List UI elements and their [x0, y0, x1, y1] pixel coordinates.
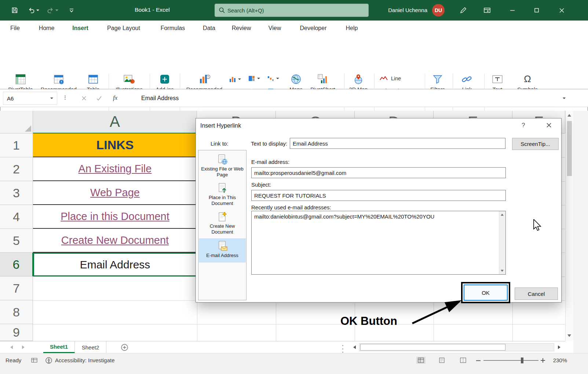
sheet-nav-left-icon[interactable] [10, 345, 13, 349]
zoom-in-icon[interactable] [541, 358, 545, 363]
sidebar-item-email-address[interactable]: E-mail Address [199, 238, 246, 263]
select-all-corner[interactable] [0, 111, 33, 133]
screentip-button[interactable]: ScreenTip... [512, 138, 559, 150]
row-header-6[interactable]: 6 [0, 253, 33, 276]
cell-a2[interactable]: An Existing File [33, 157, 197, 181]
tab-formulas[interactable]: Formulas [161, 21, 185, 36]
place-in-document-icon [217, 183, 227, 193]
cell-a4[interactable]: Place in this Document [33, 205, 197, 229]
horizontal-scrollbar-thumb[interactable] [360, 344, 505, 351]
cell-a1[interactable]: LINKS [33, 133, 197, 157]
redo-icon[interactable] [47, 5, 58, 16]
email-address-input[interactable]: mailto:prosperousdaniel5@gmail.com [251, 167, 506, 178]
dialog-close-icon[interactable] [546, 122, 552, 128]
tab-page-layout[interactable]: Page Layout [107, 21, 140, 36]
accessibility-icon[interactable] [45, 357, 52, 364]
tab-bar-divider-handle[interactable] [342, 344, 343, 353]
cancel-entry-icon[interactable] [81, 96, 87, 101]
ribbon-display-options-icon[interactable] [483, 5, 491, 16]
scroll-down-icon[interactable] [567, 334, 571, 337]
tab-view[interactable]: View [269, 21, 281, 36]
ok-button[interactable]: OK [464, 285, 508, 301]
hscroll-left-icon[interactable] [351, 343, 358, 351]
ribbon-tab-row: File Home Insert Page Layout Formulas Da… [0, 21, 588, 36]
help-icon[interactable]: ? [522, 122, 525, 129]
tab-insert[interactable]: Insert [72, 21, 88, 36]
zoom-level[interactable]: 230% [548, 357, 567, 363]
search-box[interactable]: Search (Alt+Q) [215, 4, 369, 17]
avatar[interactable]: DU [432, 4, 445, 16]
scroll-up-icon[interactable] [567, 114, 571, 117]
customize-quick-access-icon[interactable] [69, 5, 74, 16]
zoom-slider-thumb[interactable] [521, 358, 523, 363]
text-to-display-input[interactable]: Email Address [290, 138, 505, 149]
row-header-8[interactable]: 8 [0, 300, 33, 324]
scroll-up-icon[interactable] [501, 214, 504, 216]
new-sheet-button[interactable] [121, 344, 128, 351]
tab-data[interactable]: Data [203, 21, 215, 36]
sparkline-line-button[interactable]: Line [379, 74, 401, 83]
row-header-5[interactable]: 5 [0, 229, 33, 253]
vertical-scrollbar-thumb[interactable] [567, 121, 572, 176]
tab-review[interactable]: Review [232, 21, 251, 36]
undo-dropdown-icon[interactable] [36, 10, 39, 11]
normal-view-icon[interactable] [416, 357, 426, 364]
recent-email-item[interactable]: mailto:danielobintus@gmail.com?subject=M… [254, 213, 434, 220]
vertical-scrollbar[interactable] [565, 111, 573, 341]
tab-help[interactable]: Help [346, 21, 358, 36]
row-header-1[interactable]: 1 [0, 133, 33, 157]
hscroll-right-icon[interactable] [556, 343, 562, 351]
minimize-button[interactable] [510, 5, 515, 16]
drag-handle-icon[interactable] [65, 95, 66, 100]
row-header-7[interactable]: 7 [0, 276, 33, 300]
listbox-scrollbar[interactable] [499, 211, 505, 274]
confirm-entry-icon[interactable] [96, 96, 102, 101]
row-header-3[interactable]: 3 [0, 181, 33, 205]
scroll-down-icon[interactable] [501, 270, 504, 272]
recently-used-listbox[interactable]: mailto:danielobintus@gmail.com?subject=M… [251, 211, 506, 275]
mouse-cursor [533, 219, 541, 231]
close-button[interactable] [559, 5, 565, 16]
sidebar-item-create-new-document[interactable]: Create New Document [199, 209, 246, 238]
redo-dropdown-icon[interactable] [55, 10, 58, 11]
cell-a3[interactable]: Web Page [33, 181, 197, 205]
accessibility-status[interactable]: Accessibility: Investigate [55, 357, 115, 363]
name-box[interactable]: A6 [3, 92, 57, 105]
save-icon[interactable] [11, 5, 18, 16]
column-chart-button[interactable] [229, 74, 241, 84]
undo-icon[interactable] [28, 5, 39, 16]
cell-a6-selected[interactable]: Email Address [33, 253, 197, 276]
cell-a5[interactable]: Create New Document [33, 229, 197, 253]
sparkline-line-icon [379, 76, 388, 81]
sheet-tab-sheet2[interactable]: Sheet2 [75, 341, 106, 353]
gridline [33, 324, 197, 324]
column-header-a[interactable]: A [33, 111, 197, 133]
user-name[interactable]: Daniel Uchenna [378, 7, 427, 13]
zoom-out-icon[interactable] [476, 360, 481, 361]
waterfall-chart-button[interactable] [267, 74, 279, 83]
insert-function-icon[interactable]: fx [113, 94, 117, 102]
horizontal-scrollbar[interactable] [359, 343, 554, 351]
sidebar-item-place-in-document[interactable]: Place in This Document [199, 180, 246, 209]
sheet-tab-sheet1[interactable]: Sheet1 [43, 341, 75, 353]
tab-home[interactable]: Home [39, 21, 55, 36]
tab-developer[interactable]: Developer [300, 21, 327, 36]
page-layout-view-icon[interactable] [439, 358, 445, 363]
cancel-button[interactable]: Cancel [515, 287, 558, 300]
maximize-button[interactable] [534, 5, 539, 16]
page-break-view-icon[interactable] [460, 358, 466, 363]
sidebar-item-existing-file[interactable]: Existing File or Web Page [199, 152, 246, 181]
pen-icon[interactable] [460, 5, 467, 16]
expand-formula-bar-icon[interactable] [563, 98, 566, 99]
sheet-nav-right-icon[interactable] [22, 345, 25, 349]
zoom-slider-track[interactable] [483, 360, 538, 361]
tab-file[interactable]: File [10, 21, 20, 36]
row-header-9[interactable]: 9 [0, 324, 33, 341]
hierarchy-chart-button[interactable] [248, 74, 260, 83]
macro-record-icon[interactable] [31, 358, 38, 363]
subject-input[interactable]: REQUEST FOR TUTORIALS [251, 190, 506, 201]
row-header-4[interactable]: 4 [0, 205, 33, 229]
status-ready: Ready [6, 357, 21, 363]
row-header-2[interactable]: 2 [0, 157, 33, 181]
formula-bar-value[interactable]: Email Address [141, 89, 179, 107]
